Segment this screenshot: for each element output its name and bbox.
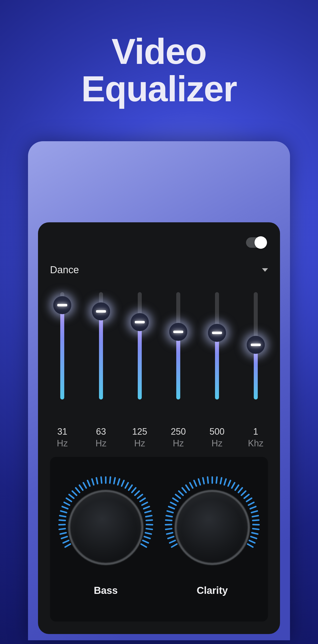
knob-tick <box>95 477 98 485</box>
knob-tick <box>168 506 175 510</box>
knob-tick <box>120 480 125 487</box>
knob-tick <box>71 490 78 496</box>
knob-tick <box>178 490 184 496</box>
knob-tick <box>169 540 176 544</box>
knob-tick <box>78 484 84 491</box>
toggle-thumb <box>254 236 267 249</box>
slider-thumb[interactable] <box>131 313 149 331</box>
knob-tick <box>62 540 70 544</box>
slider-thumb[interactable] <box>53 296 71 314</box>
eq-slider-125Hz[interactable]: 125Hz <box>120 292 159 450</box>
eq-slider-31Hz[interactable]: 31Hz <box>43 292 82 450</box>
knob-tick <box>238 487 243 494</box>
slider-track <box>176 292 180 400</box>
eq-slider-63Hz[interactable]: 63Hz <box>82 292 120 450</box>
knob-tick <box>145 519 153 521</box>
knob-tick <box>59 528 66 530</box>
knob-tick <box>113 477 116 485</box>
eq-sliders: 31Hz63Hz125Hz250Hz500Hz1Khz <box>43 292 275 450</box>
knob-tick <box>198 478 201 486</box>
knob-tick <box>131 487 137 494</box>
knob-tick <box>167 536 175 540</box>
knob-group-clarity: Clarity <box>165 480 260 596</box>
knob-tick <box>82 482 87 489</box>
knob-tick <box>252 528 259 530</box>
title-line-2: Equalizer <box>81 69 237 109</box>
eq-slider-1Khz[interactable]: 1Khz <box>236 292 275 450</box>
knob-tick <box>61 536 68 540</box>
equalizer-toggle[interactable] <box>246 237 266 248</box>
knob-group-bass: Bass <box>58 480 153 596</box>
freq-label: 63Hz <box>82 426 120 450</box>
knob-tick <box>251 515 259 518</box>
slider-thumb[interactable] <box>247 336 265 354</box>
knob-tick <box>250 510 258 514</box>
freq-number: 31 <box>43 426 82 438</box>
knob-tick <box>144 532 152 535</box>
freq-number: 250 <box>159 426 198 438</box>
knob-tick <box>240 490 247 496</box>
slider-thumb[interactable] <box>92 302 110 320</box>
slider-fill <box>176 332 180 400</box>
freq-unit: Hz <box>198 438 237 450</box>
knob-tick <box>166 532 174 535</box>
freq-unit: Hz <box>120 438 159 450</box>
knob-tick <box>100 476 102 484</box>
eq-slider-500Hz[interactable]: 500Hz <box>198 292 237 450</box>
knob-tick <box>58 519 66 521</box>
knob-tick <box>165 515 173 518</box>
knob-tick <box>231 482 236 489</box>
knob-tick <box>134 490 140 496</box>
slider-track <box>215 292 219 400</box>
knob-tick <box>252 524 260 526</box>
bass-knob-label: Bass <box>94 585 118 596</box>
chevron-down-icon <box>262 268 268 272</box>
slider-track <box>138 292 142 400</box>
knob-tick <box>223 478 227 486</box>
freq-label: 31Hz <box>43 426 82 450</box>
clarity-knob-label: Clarity <box>197 585 228 596</box>
knob-tick <box>227 480 231 487</box>
knob-tick <box>143 536 151 540</box>
bass-knob[interactable] <box>58 480 153 575</box>
knob-tick <box>165 528 173 530</box>
freq-label: 500Hz <box>198 426 237 450</box>
knob-tick <box>136 494 143 499</box>
freq-number: 125 <box>120 426 159 438</box>
knob-tick <box>105 476 106 484</box>
knob-tick <box>145 515 153 518</box>
knob-tick <box>109 476 111 484</box>
knob-tick <box>58 524 66 526</box>
slider-track <box>99 292 103 400</box>
knob-tick <box>146 524 153 526</box>
knob-tick <box>124 482 129 489</box>
knob-tick <box>117 478 120 486</box>
freq-unit: Hz <box>82 438 120 450</box>
title-line-1: Video <box>111 32 206 72</box>
equalizer-panel: Dance 31Hz63Hz125Hz250Hz500Hz1Khz Bass C… <box>38 222 280 634</box>
slider-thumb[interactable] <box>169 323 187 341</box>
knob-tick <box>75 487 81 494</box>
slider-thumb[interactable] <box>208 324 226 342</box>
knob-tick <box>251 532 259 535</box>
knob-tick <box>234 484 240 491</box>
eq-slider-250Hz[interactable]: 250Hz <box>159 292 198 450</box>
knob-tick <box>143 506 150 510</box>
knob-tick <box>91 478 95 486</box>
slider-fill <box>99 312 103 400</box>
knob-tick <box>246 543 254 548</box>
slider-fill <box>215 333 219 400</box>
knob-area: Bass Clarity <box>50 457 268 622</box>
knob-tick <box>128 484 133 491</box>
knob-tick <box>212 476 213 484</box>
knob-tick <box>165 519 172 521</box>
knob-tick <box>140 543 147 548</box>
preset-selector[interactable]: Dance <box>50 264 268 276</box>
slider-fill <box>138 322 142 400</box>
clarity-knob[interactable] <box>165 480 260 575</box>
slider-track <box>254 292 258 400</box>
slider-track <box>60 292 64 400</box>
knob-tick <box>245 497 252 502</box>
knob-tick <box>193 480 197 487</box>
knob-tick <box>220 477 223 485</box>
